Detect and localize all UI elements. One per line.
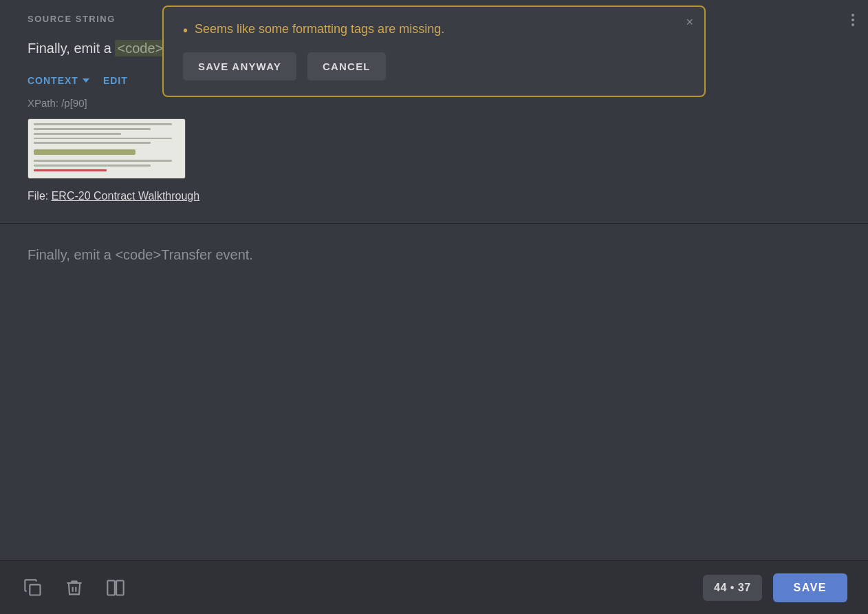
file-prefix: File: bbox=[28, 190, 52, 202]
word-count: 37 bbox=[738, 582, 751, 593]
warning-message: • Seems like some formatting tags are mi… bbox=[183, 22, 685, 39]
context-label: CONTEXT bbox=[28, 75, 78, 86]
svg-rect-1 bbox=[107, 580, 115, 595]
cancel-button[interactable]: CANCEL bbox=[307, 52, 386, 81]
translation-panel[interactable]: Finally, emit a <code>Transfer event. bbox=[0, 224, 868, 614]
bullet-point: • bbox=[183, 22, 188, 39]
close-icon[interactable]: × bbox=[686, 15, 693, 30]
warning-dialog: × • Seems like some formatting tags are … bbox=[162, 6, 706, 97]
char-word-counter: 44 • 37 bbox=[703, 575, 762, 601]
xpath-text: XPath: /p[90] bbox=[28, 97, 840, 109]
save-button[interactable]: SAVE bbox=[773, 573, 847, 602]
chevron-down-icon bbox=[83, 78, 89, 83]
save-anyway-button[interactable]: SAVE ANYWAY bbox=[183, 52, 296, 81]
dot-separator: • bbox=[730, 582, 735, 593]
source-prefix: Finally, emit a bbox=[28, 41, 115, 56]
copy-icon-button[interactable] bbox=[21, 575, 45, 600]
char-count: 44 bbox=[714, 582, 727, 593]
svg-rect-0 bbox=[30, 584, 40, 595]
translation-text: Finally, emit a <code>Transfer event. bbox=[28, 244, 840, 265]
file-link[interactable]: ERC-20 Contract Walkthrough bbox=[52, 190, 200, 202]
document-thumbnail bbox=[28, 118, 186, 179]
bottom-toolbar: 44 • 37 SAVE bbox=[0, 560, 868, 614]
toolbar-icons bbox=[21, 575, 128, 600]
svg-rect-2 bbox=[116, 580, 124, 595]
dialog-buttons: SAVE ANYWAY CANCEL bbox=[183, 52, 685, 81]
warning-text: Seems like some formatting tags are miss… bbox=[195, 22, 444, 36]
file-link-row: File: ERC-20 Contract Walkthrough bbox=[28, 190, 840, 202]
tab-edit[interactable]: EDIT bbox=[103, 75, 128, 86]
more-options-icon[interactable] bbox=[851, 14, 854, 26]
delete-icon-button[interactable] bbox=[62, 575, 87, 600]
code-open-tag: <code> bbox=[115, 40, 165, 56]
split-icon-button[interactable] bbox=[103, 575, 128, 600]
tab-context[interactable]: CONTEXT bbox=[28, 75, 89, 86]
